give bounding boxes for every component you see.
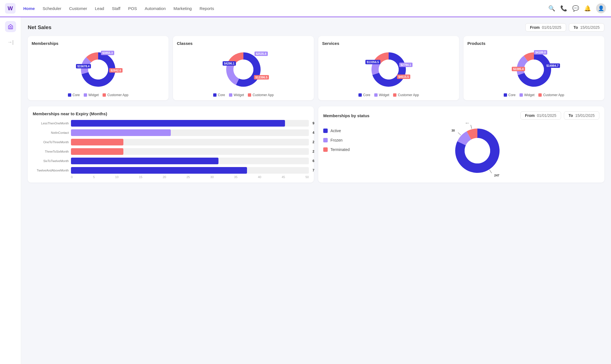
donut-container: $13356.5$2784.1$4515.5 [322, 48, 455, 91]
axis-label: 5 [93, 175, 95, 179]
sidebar-home-icon[interactable] [5, 21, 16, 32]
bar-fill [71, 120, 285, 127]
status-legend-item: Terminated [323, 147, 350, 152]
bottom-row: Memberships near to Expiry (Months) Less… [28, 106, 604, 183]
bar-track: 4 [71, 129, 309, 136]
bar-row: LessThenOneMonth 9 [33, 120, 309, 127]
bar-row: ThreeToSixMonth 2 [33, 148, 309, 155]
status-legend: Active Frozen Terminated [323, 123, 350, 152]
bar-axis: 05101520253035404550 [33, 175, 309, 179]
bar-row: NotInContact 4 [33, 129, 309, 136]
legend-widget: Widget [84, 93, 99, 97]
nav-scheduler[interactable]: Scheduler [43, 6, 62, 11]
axis-label: 20 [163, 175, 166, 179]
status-donut: 2473023 [450, 123, 505, 178]
widget-dot [84, 93, 87, 97]
donut-wrap: $15678.4$3855.3$2842.6 [79, 50, 118, 89]
net-sales-date-range: From 01/01/2025 To 15/01/2025 [525, 23, 604, 32]
axis-label: 0 [71, 175, 73, 179]
legend-customer-app: Customer App [538, 93, 564, 97]
widget-dot [374, 93, 378, 97]
net-sales-title: Net Sales [28, 24, 525, 30]
bar-value: 7 [312, 168, 314, 172]
legend-core: Core [358, 93, 370, 97]
svg-line-7 [471, 125, 472, 129]
status-donut-label: 30 [451, 129, 455, 132]
axis-label: 10 [115, 175, 118, 179]
status-label: Active [330, 129, 341, 133]
core-dot [358, 93, 362, 97]
whatsapp-icon[interactable]: 💬 [572, 5, 579, 12]
axis-label: 35 [234, 175, 237, 179]
legend-customer-app: Customer App [393, 93, 419, 97]
sidebar-toggle[interactable]: →| [7, 39, 14, 45]
bar-row: TwelveAndAboveMonth 7 [33, 167, 309, 174]
axis-label: 15 [139, 175, 142, 179]
axis-label: 25 [187, 175, 190, 179]
charts-row: Memberships $15678.4$3855.3$2842.6 Core … [28, 36, 604, 100]
nav-links: Home Scheduler Customer Lead Staff POS A… [23, 6, 548, 11]
bell-icon[interactable]: 🔔 [584, 5, 591, 12]
legend-widget: Widget [374, 93, 389, 97]
status-to-box[interactable]: To 15/01/2025 [564, 111, 599, 120]
customer-app-label: Customer App [398, 93, 419, 97]
nav-pos[interactable]: POS [128, 6, 137, 11]
net-sales-header: Net Sales From 01/01/2025 To 15/01/2025 [28, 23, 604, 32]
core-dot [68, 93, 71, 97]
customer-app-label: Customer App [543, 93, 564, 97]
bar-track: 6 [71, 158, 309, 164]
phone-icon[interactable]: 📞 [560, 5, 567, 12]
bar-label: SixToTwelveMonth [33, 159, 69, 163]
bar-fill [71, 167, 247, 174]
search-icon[interactable]: 🔍 [548, 5, 555, 12]
net-sales-to-box[interactable]: To 15/01/2025 [569, 23, 604, 32]
main-content: Net Sales From 01/01/2025 To 15/01/2025 … [21, 17, 611, 364]
nav-customer[interactable]: Customer [69, 6, 87, 11]
bar-fill [71, 139, 123, 145]
bar-track: 7 [71, 167, 309, 174]
chart-card-0: Memberships $15678.4$3855.3$2842.6 Core … [28, 36, 169, 100]
customer-app-dot [248, 93, 251, 97]
axis-label: 45 [282, 175, 285, 179]
bar-value: 6 [312, 159, 314, 163]
donut-container: $14984.7$4189.8$2285.4 [467, 48, 600, 91]
nav-reports[interactable]: Reports [200, 6, 214, 11]
nav-staff[interactable]: Staff [112, 6, 121, 11]
bar-label: OneToThreeMonth [33, 140, 69, 144]
nav-automation[interactable]: Automation [145, 6, 166, 11]
bar-label: ThreeToSixMonth [33, 150, 69, 153]
bar-value: 2 [312, 140, 314, 144]
net-sales-from-box[interactable]: From 01/01/2025 [525, 23, 566, 32]
bar-track: 2 [71, 148, 309, 155]
customer-app-dot [393, 93, 396, 97]
status-legend-item: Active [323, 129, 350, 133]
status-card: Memberships by status From 01/01/2025 To… [318, 106, 604, 183]
bar-chart: LessThenOneMonth 9 NotInContact 4 OneToT… [33, 120, 309, 174]
legend-core: Core [213, 93, 225, 97]
nav-home[interactable]: Home [23, 6, 35, 11]
widget-label: Widget [234, 93, 244, 97]
widget-label: Widget [524, 93, 534, 97]
nav-lead[interactable]: Lead [95, 6, 104, 11]
status-date-range: From 01/01/2025 To 15/01/2025 [520, 111, 599, 120]
widget-label: Widget [379, 93, 389, 97]
legend-customer-app: Customer App [248, 93, 274, 97]
legend: Core Widget Customer App [467, 93, 600, 97]
donut-wrap: $14984.7$4189.8$2285.4 [515, 50, 553, 89]
core-dot [504, 93, 507, 97]
customer-app-label: Customer App [107, 93, 128, 97]
status-from-box[interactable]: From 01/01/2025 [520, 111, 561, 120]
legend-core: Core [68, 93, 80, 97]
status-legend-item: Frozen [323, 138, 350, 142]
nav-marketing[interactable]: Marketing [174, 6, 192, 11]
core-label: Core [73, 93, 80, 97]
legend: Core Widget Customer App [322, 93, 455, 97]
axis-label: 30 [210, 175, 214, 179]
status-from-label: From [525, 113, 535, 118]
legend-customer-app: Customer App [103, 93, 128, 97]
bar-label: NotInContact [33, 131, 69, 134]
svg-line-6 [458, 132, 461, 135]
status-dot [323, 147, 328, 152]
chart-card-1: Classes $4296.1$2535.8$12396.5 Core Widg… [173, 36, 314, 100]
avatar[interactable]: 👤 [596, 3, 606, 13]
